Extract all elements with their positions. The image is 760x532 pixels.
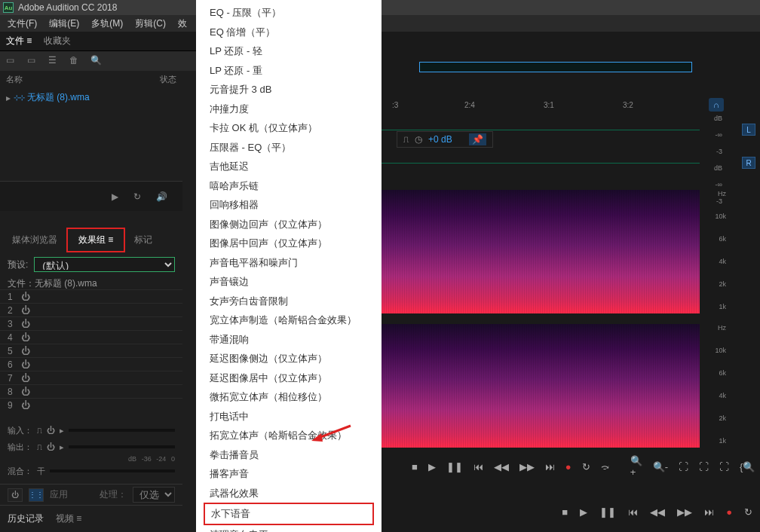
effect-slot[interactable]: 7⏻	[0, 371, 182, 384]
preset-option[interactable]: EQ 倍增（平）	[196, 23, 382, 42]
navigator-overview[interactable]	[419, 62, 692, 72]
open-file-icon[interactable]: ▭	[27, 55, 39, 67]
preset-option[interactable]: LP 还原 - 重	[196, 61, 382, 81]
preset-option[interactable]: 吉他延迟	[196, 157, 382, 176]
preset-option[interactable]: 卡拉 OK 机（仅立体声）	[196, 118, 382, 138]
record-button-2[interactable]: ●	[726, 506, 732, 518]
db-value[interactable]: +0 dB	[428, 134, 452, 145]
new-file-icon[interactable]: ▭	[6, 55, 18, 67]
preset-option[interactable]: 播客声音	[196, 464, 382, 484]
zoom-sel-icon[interactable]: ⛶	[699, 461, 709, 472]
preset-option[interactable]: 声音电平器和噪声门	[196, 253, 382, 273]
effect-slot[interactable]: 2⏻	[0, 303, 182, 316]
zoom-full-icon[interactable]: ⛶	[719, 461, 729, 472]
loop-icon[interactable]: ↻	[133, 191, 141, 202]
forward-button-2[interactable]: ▶▶	[677, 506, 692, 518]
stop-button-2[interactable]: ■	[562, 506, 568, 518]
preset-option[interactable]: 冲撞力度	[196, 99, 382, 119]
effect-slot[interactable]: 9⏻	[0, 398, 182, 411]
spectrogram-right[interactable]	[382, 324, 700, 448]
preset-option[interactable]: 宽立体声制造（哈斯铝合金效果）	[196, 310, 382, 330]
go-end-button[interactable]: ⏭	[545, 461, 555, 472]
tab-files[interactable]: 文件 ≡	[6, 35, 32, 47]
preset-option[interactable]: LP 还原 - 轻	[196, 41, 382, 61]
skip-button[interactable]: ⤼	[601, 461, 609, 472]
preset-option[interactable]: 微拓宽立体声（相位移位）	[196, 387, 382, 407]
play-button-2[interactable]: ▶	[580, 506, 587, 518]
go-start-button[interactable]: ⏮	[473, 461, 483, 472]
tab-favorites[interactable]: 收藏夹	[44, 35, 71, 47]
power-icon[interactable]: ⏻	[21, 292, 30, 302]
preset-option[interactable]: 清理旁白电平	[196, 525, 382, 533]
preset-option[interactable]: 压限器 - EQ（平）	[196, 138, 382, 157]
preset-option[interactable]: 回响移相器	[196, 195, 382, 215]
preset-option[interactable]: 女声旁白齿音限制	[196, 292, 382, 311]
go-start-button-2[interactable]: ⏮	[628, 506, 638, 518]
file-item[interactable]: ▸ ⊹⊹ 无标题 (8).wma	[0, 88, 182, 107]
tab-media-browser[interactable]: 媒体浏览器	[6, 231, 63, 249]
waveform-display[interactable]	[382, 115, 700, 182]
power-icon[interactable]: ⏻	[47, 442, 55, 451]
headphone-icon[interactable]: ∩	[709, 98, 724, 112]
preset-option[interactable]: 拓宽立体声（哈斯铝合金效果）	[196, 426, 382, 445]
preset-select[interactable]: (默认)	[34, 257, 175, 272]
power-toggle[interactable]: ⏻	[8, 488, 23, 502]
play-button[interactable]: ▶	[428, 461, 436, 472]
delete-icon[interactable]: 🗑	[69, 55, 81, 67]
col-name[interactable]: 名称	[6, 74, 160, 85]
col-status[interactable]: 状态	[160, 74, 176, 85]
power-icon[interactable]: ⏻	[21, 387, 30, 397]
power-icon[interactable]: ⏻	[21, 400, 30, 411]
timeline-ruler[interactable]: :3 2:4 3:1 3:2	[382, 98, 700, 115]
menu-clip[interactable]: 剪辑(C)	[130, 16, 170, 32]
apply-button[interactable]: 应用	[50, 488, 68, 501]
process-select[interactable]: 仅选	[133, 487, 175, 503]
preset-option[interactable]: 声音镶边	[196, 272, 382, 292]
pause-button-2[interactable]: ❚❚	[599, 506, 616, 518]
autoplay-icon[interactable]: 🔊	[156, 191, 167, 202]
preset-option[interactable]: 延迟图像侧边（仅立体声）	[196, 349, 382, 368]
effect-slot[interactable]: 3⏻	[0, 316, 182, 330]
volume-info-bar[interactable]: ⎍ ◷ +0 dB 📌	[397, 131, 493, 148]
effect-slot[interactable]: 1⏻	[0, 289, 182, 303]
preset-option[interactable]: 带通混响	[196, 330, 382, 350]
preset-option[interactable]: 嘻哈声乐链	[196, 176, 382, 196]
power-icon[interactable]: ⏻	[21, 319, 30, 329]
power-icon[interactable]: ⏻	[47, 426, 55, 435]
power-icon[interactable]: ⏻	[21, 332, 30, 343]
preset-option[interactable]: 延迟图像居中（仅立体声）	[196, 368, 382, 388]
play-icon[interactable]: ▶	[112, 191, 118, 202]
preset-option[interactable]: 图像侧边回声（仅立体声）	[196, 215, 382, 234]
menu-multitrack[interactable]: 多轨(M)	[87, 16, 127, 32]
forward-button[interactable]: ▶▶	[519, 461, 535, 472]
menu-file[interactable]: 文件(F)	[3, 16, 41, 32]
tab-effects-rack[interactable]: 效果组 ≡	[66, 228, 125, 252]
pause-button[interactable]: ❚❚	[446, 461, 463, 472]
multitrack-icon[interactable]: ☰	[48, 55, 60, 67]
zoom-in-sel-icon[interactable]: {🔍	[740, 461, 755, 472]
preset-option[interactable]: 拳击播音员	[196, 445, 382, 465]
preset-option[interactable]: 武器化效果	[196, 484, 382, 503]
zoom-out-icon[interactable]: 🔍-	[653, 461, 668, 472]
spectrogram-left[interactable]	[382, 190, 700, 313]
preset-option[interactable]: 图像居中回声（仅立体声）	[196, 234, 382, 253]
effect-slot[interactable]: 5⏻	[0, 344, 182, 357]
tab-video[interactable]: 视频 ≡	[56, 512, 81, 525]
power-icon[interactable]: ⏻	[21, 346, 30, 356]
search-icon[interactable]: 🔍	[90, 55, 103, 67]
pin-icon[interactable]: 📌	[469, 133, 486, 145]
effect-slot[interactable]: 8⏻	[0, 384, 182, 398]
effect-slot[interactable]: 6⏻	[0, 357, 182, 371]
menu-effects[interactable]: 效	[173, 16, 192, 32]
right-channel-button[interactable]: R	[742, 157, 755, 169]
power-icon[interactable]: ⏻	[21, 305, 30, 316]
loop-button-2[interactable]: ↻	[744, 506, 752, 518]
record-button[interactable]: ●	[565, 461, 572, 472]
rewind-button[interactable]: ◀◀	[494, 461, 509, 472]
left-channel-button[interactable]: L	[742, 124, 755, 136]
preset-option[interactable]: 元音提升 3 dB	[196, 80, 382, 99]
list-toggle[interactable]: ⋮⋮	[29, 488, 44, 502]
loop-button[interactable]: ↻	[582, 461, 590, 472]
zoom-in-icon[interactable]: 🔍+	[630, 455, 642, 478]
tab-history[interactable]: 历史记录	[8, 512, 44, 525]
